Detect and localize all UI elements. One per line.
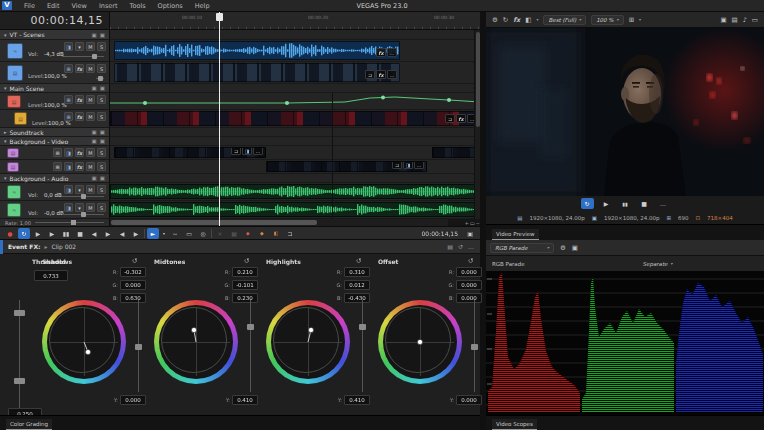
menu-item[interactable]: File: [18, 2, 41, 10]
collapse-icon[interactable]: ▾: [4, 85, 7, 91]
volume-slider[interactable]: [62, 56, 104, 57]
collapse-icon[interactable]: ▸: [4, 129, 7, 135]
event-fx-icon[interactable]: fx: [376, 48, 386, 57]
event-more-icon[interactable]: …: [253, 147, 263, 155]
track-color-box[interactable]: ▤: [7, 65, 23, 81]
mute-button[interactable]: M: [86, 112, 95, 121]
preview-loop-icon[interactable]: ↻: [503, 16, 508, 24]
luminance-slider[interactable]: [246, 300, 255, 396]
track-group-bg-audio[interactable]: ▾ Background - Audio ▣▣: [0, 174, 110, 183]
marker-orange-button[interactable]: ◆: [256, 228, 268, 239]
record-button[interactable]: ●: [4, 228, 16, 239]
timecode-options-icon[interactable]: ▣: [464, 228, 476, 239]
volume-slider[interactable]: [62, 214, 104, 215]
trim-button[interactable]: ⊐: [284, 228, 296, 239]
solo-button[interactable]: S: [97, 203, 106, 212]
split-screen-dropdown[interactable]: ▾: [536, 17, 538, 22]
timecode-display[interactable]: 00:00:14,15: [0, 12, 110, 30]
timeline-zoom-controls[interactable]: + ▭ −: [449, 219, 480, 226]
audio-icon[interactable]: ♪: [743, 16, 747, 24]
reset-icon[interactable]: ↺: [132, 257, 137, 265]
lane-group-vt[interactable]: [110, 30, 480, 40]
mute-button[interactable]: M: [86, 95, 95, 104]
solo-button[interactable]: S: [97, 95, 106, 104]
track-group-vt-scenes[interactable]: ▾ VT - Scenes ▣▣: [0, 30, 110, 40]
event-more-icon[interactable]: …: [414, 161, 424, 169]
scope-layout-icon[interactable]: ▣: [572, 244, 578, 252]
delete-button[interactable]: ×: [214, 228, 226, 239]
plugin-chain-icon[interactable]: ▤: [447, 243, 453, 250]
lane-vt-audio[interactable]: fx…: [110, 40, 480, 62]
lane-group-bg-video[interactable]: [110, 137, 480, 146]
luminance-slider[interactable]: [470, 300, 479, 396]
clip-name[interactable]: Clip 002: [51, 243, 76, 250]
tab-video-scopes[interactable]: Video Scopes: [492, 419, 537, 430]
zoom-edit-tool-button[interactable]: ◎: [197, 228, 209, 239]
green-value[interactable]: 0.000: [456, 280, 482, 290]
edit-tool-dropdown[interactable]: ▾: [161, 228, 167, 239]
red-value[interactable]: 0.310: [344, 267, 370, 277]
event-link-icon[interactable]: ◨: [403, 161, 413, 169]
track-group-soundtrack[interactable]: ▸ Soundtrack ▣▣: [0, 128, 110, 137]
zoom-box-icon[interactable]: ▭: [470, 220, 475, 226]
track-header-bg-video-1[interactable]: ▤ ⊞ ◨ fx M S: [0, 146, 110, 160]
scope-type-select[interactable]: RGB Parade▾: [490, 243, 554, 253]
compositing-icon[interactable]: ⊞: [64, 95, 73, 104]
mute-button[interactable]: M: [86, 64, 95, 73]
event-trim-icon[interactable]: ⊐: [365, 70, 375, 79]
solo-button[interactable]: S: [97, 42, 106, 51]
timeline-ruler[interactable]: 00:00:1000:00:2000:00:30: [110, 12, 480, 30]
luminance-handle[interactable]: [359, 324, 366, 330]
event-trim-icon[interactable]: ⊐: [231, 147, 241, 155]
marker-red-button[interactable]: ◆: [242, 228, 254, 239]
reset-all-icon[interactable]: ↺: [458, 243, 463, 250]
video-event-bg1b[interactable]: [432, 147, 480, 158]
previous-frame-button[interactable]: ◀: [116, 228, 128, 239]
region-button[interactable]: ◧: [270, 228, 282, 239]
group-icon-a[interactable]: ▣: [92, 85, 97, 91]
solo-button[interactable]: S: [97, 162, 106, 171]
group-icon-a[interactable]: ▣: [92, 32, 97, 38]
separator[interactable]: [144, 229, 145, 238]
red-value[interactable]: 0.210: [232, 267, 258, 277]
color-wheel[interactable]: [42, 300, 126, 384]
lane-bg-audio-2[interactable]: [110, 201, 480, 219]
grid-overlay-icon[interactable]: ⊞: [629, 16, 634, 24]
collapse-icon[interactable]: ▾: [4, 32, 7, 38]
loop-playback-button[interactable]: ↻: [18, 228, 30, 239]
track-header-vt-video[interactable]: ▤ Level: 100,0 % ⊞ fx M S: [0, 62, 110, 84]
audio-event-vt[interactable]: fx…: [114, 41, 400, 60]
group-icon-b[interactable]: ▣: [100, 129, 105, 135]
compositing-icon[interactable]: ◨: [64, 162, 73, 171]
lane-main-video[interactable]: ⊐fx…: [110, 110, 480, 128]
normal-edit-tool-button[interactable]: ►: [147, 228, 159, 239]
compositing-icon[interactable]: ⊞: [64, 112, 73, 121]
play-from-start-button[interactable]: ▶: [32, 228, 44, 239]
menu-item[interactable]: Edit: [41, 2, 66, 10]
menu-item[interactable]: Insert: [93, 2, 124, 10]
reset-icon[interactable]: ↺: [468, 257, 473, 265]
audio-event-bg2[interactable]: [110, 202, 480, 217]
rate-slider-handle[interactable]: [71, 220, 76, 225]
go-to-start-button[interactable]: ◀: [88, 228, 100, 239]
luma-value[interactable]: 0.410: [344, 395, 370, 405]
event-more-icon[interactable]: …: [387, 70, 397, 79]
track-fx-button[interactable]: fx: [75, 95, 84, 104]
red-value[interactable]: 0.000: [456, 267, 482, 277]
track-fx-button[interactable]: fx: [75, 64, 84, 73]
event-trim-icon[interactable]: ⊐: [445, 114, 455, 123]
tab-video-preview[interactable]: Video Preview: [492, 229, 539, 240]
timeline-horizontal-scrollbar[interactable]: [110, 219, 448, 226]
transport-timecode[interactable]: 00:00:14,15: [422, 230, 459, 237]
compositing-icon[interactable]: ⊞: [64, 64, 73, 73]
event-fx-icon[interactable]: fx: [376, 70, 386, 79]
luma-value[interactable]: 0.410: [232, 395, 258, 405]
group-icon-a[interactable]: ▣: [92, 175, 97, 181]
rate-control[interactable]: Rate: 1,00: [0, 219, 110, 226]
mute-button[interactable]: M: [86, 148, 95, 157]
scope-mode-select[interactable]: Separate▾: [643, 261, 673, 267]
volume-slider[interactable]: [62, 196, 104, 197]
zoom-in-icon[interactable]: +: [465, 220, 469, 226]
preview-play-button[interactable]: ▶: [600, 198, 613, 209]
luminance-slider[interactable]: [358, 300, 367, 396]
